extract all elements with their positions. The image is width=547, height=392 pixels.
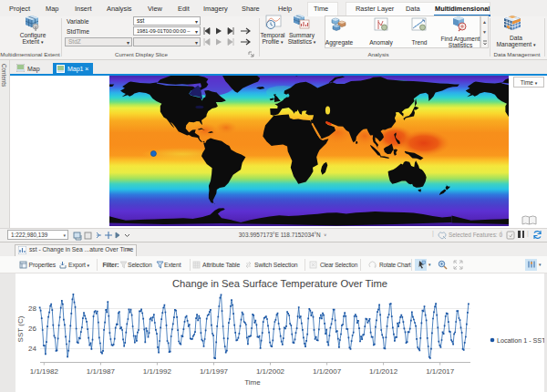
- svg-text:26: 26: [28, 325, 36, 333]
- svg-text:Change in Sea Surface Temperat: Change in Sea Surface Temperature Over T…: [172, 278, 387, 289]
- svg-text:24: 24: [28, 345, 36, 353]
- svg-text:SST (C): SST (C): [16, 315, 25, 342]
- svg-text:1/1/2012: 1/1/2012: [369, 367, 398, 376]
- svg-text:1/1/1992: 1/1/1992: [143, 367, 172, 376]
- svg-text:1/1/1982: 1/1/1982: [30, 367, 59, 376]
- svg-text:1/1/1987: 1/1/1987: [87, 367, 116, 376]
- svg-text:1/1/1997: 1/1/1997: [200, 367, 229, 376]
- svg-text:1/1/2007: 1/1/2007: [313, 367, 342, 376]
- svg-text:1/1/2002: 1/1/2002: [256, 367, 285, 376]
- svg-text:28: 28: [28, 304, 36, 313]
- svg-text:1/1/2017: 1/1/2017: [426, 367, 455, 376]
- svg-text:Location 1 - SST: Location 1 - SST: [497, 336, 544, 345]
- svg-text:Time: Time: [244, 378, 261, 387]
